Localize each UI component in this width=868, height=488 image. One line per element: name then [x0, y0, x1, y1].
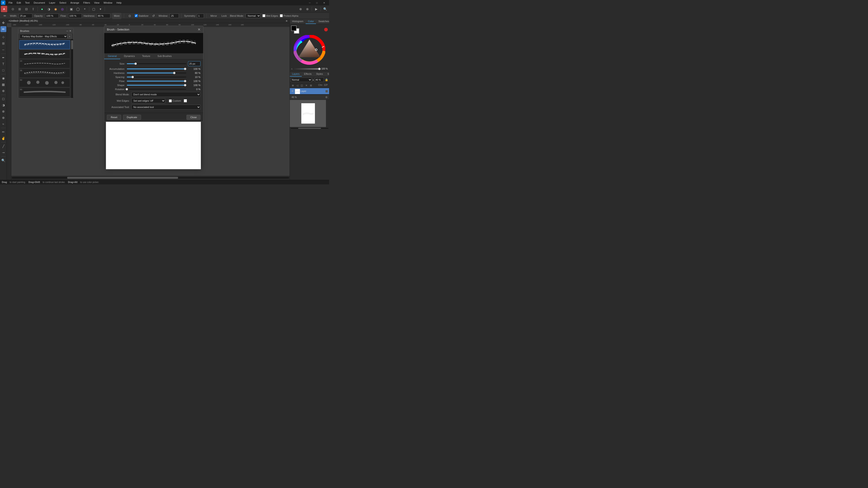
menu-layer[interactable]: Layer — [47, 1, 57, 4]
color-wheel[interactable] — [293, 35, 325, 67]
wet-edges-checkbox[interactable] — [262, 14, 266, 17]
menu-help[interactable]: Help — [115, 1, 123, 4]
window-close-btn[interactable]: ✕ — [321, 0, 327, 6]
canvas-scroll-thumb[interactable] — [67, 177, 178, 179]
tab-swatches[interactable]: Swatches — [316, 19, 329, 24]
flow-input[interactable] — [68, 13, 82, 18]
reset-btn[interactable]: Reset — [107, 115, 121, 120]
menu-arrange[interactable]: Arrange — [68, 1, 81, 4]
blend-mode-dialog-select[interactable]: Don't set blend mode — [131, 92, 200, 97]
size-slider[interactable] — [127, 63, 186, 64]
text-tool[interactable]: T — [0, 61, 6, 67]
nav-zoom-icon[interactable]: ⊕ — [325, 96, 328, 99]
window-minimize-btn[interactable]: ─ — [307, 0, 313, 6]
protect-alpha-checkbox[interactable] — [280, 14, 283, 17]
gradient-tool[interactable]: ▦ — [0, 82, 6, 88]
accumulation-slider[interactable] — [127, 68, 186, 69]
brush-add-btn[interactable]: + — [67, 34, 72, 39]
spacing-slider[interactable] — [127, 76, 186, 77]
associated-tool-select[interactable]: No associated tool — [131, 105, 200, 109]
shape-slider[interactable] — [127, 85, 186, 86]
list-item[interactable] — [19, 50, 70, 59]
assistant-btn[interactable]: ⊗ — [304, 6, 311, 12]
crop-tool[interactable]: ⊞ — [0, 40, 6, 46]
tab-color[interactable]: Color — [306, 19, 316, 24]
erase-tool[interactable]: ◻ — [0, 96, 6, 102]
vector-paint-tool[interactable]: ✏ — [0, 129, 6, 135]
menu-edit[interactable]: Edit — [15, 1, 23, 4]
fill-tool[interactable]: ◉ — [0, 75, 6, 81]
list-item[interactable]: 50 — [19, 78, 70, 87]
select-lasso-btn[interactable]: ⌖ — [82, 6, 88, 12]
lock-btn[interactable]: Lock — [220, 13, 228, 19]
personas-btn[interactable]: ⊕ — [298, 6, 304, 12]
view-toggle-btn[interactable]: ▾ — [97, 6, 103, 12]
paint-brush-tool[interactable]: ✏ — [0, 26, 6, 32]
brushes-minimize-btn[interactable]: ─ — [66, 29, 68, 33]
selection-tool[interactable]: ⊹ — [0, 34, 6, 40]
snapping-btn[interactable]: ⊞ — [17, 6, 23, 12]
macro-btn[interactable]: ▶ — [313, 6, 319, 12]
share-btn[interactable]: ⇪ — [30, 6, 36, 12]
shape-tool[interactable]: □ — [0, 67, 6, 73]
app-logo-btn[interactable]: A — [1, 6, 7, 12]
rotation-slider[interactable] — [127, 89, 186, 90]
palette-btn[interactable]: ◉ — [53, 6, 59, 12]
contrast-btn[interactable]: ◑ — [46, 6, 52, 12]
nav-slider[interactable] — [291, 128, 329, 129]
layer-visibility-icon[interactable]: 👁 — [291, 90, 294, 93]
blend-mode-select[interactable]: Normal — [246, 13, 260, 18]
line-tool[interactable]: ╱ — [0, 143, 6, 149]
layer-tool-1[interactable]: ⊕ — [291, 84, 295, 88]
blur-tool[interactable]: ≈ — [0, 121, 6, 127]
tab-dynamics[interactable]: Dynamics — [120, 53, 138, 59]
menu-view[interactable]: View — [92, 1, 101, 4]
select-rect-btn[interactable]: ▣ — [68, 6, 74, 12]
brushes-close-btn[interactable]: ✕ — [69, 29, 71, 33]
select-ellipse-btn[interactable]: ◯ — [75, 6, 81, 12]
hardness-slider[interactable] — [127, 72, 186, 73]
brush-scroll-indicator[interactable] — [71, 39, 73, 98]
opacity-input[interactable] — [45, 13, 59, 18]
layer-item[interactable]: 👁 Layer — [290, 88, 329, 94]
layers-opacity-input[interactable] — [315, 77, 324, 82]
tab-styles[interactable]: Styles — [314, 72, 325, 76]
menu-document[interactable]: Document — [32, 1, 47, 4]
menu-file[interactable]: File — [7, 1, 14, 4]
width-input[interactable] — [19, 13, 32, 18]
list-item[interactable]: 50 — [19, 97, 70, 98]
symmetry-input[interactable] — [197, 13, 204, 18]
healing-tool[interactable]: ⊕ — [0, 115, 6, 121]
layer-tool-2[interactable]: ◁ — [295, 84, 299, 88]
tab-layers[interactable]: Layers — [290, 72, 302, 76]
duplicate-btn[interactable]: Duplicate — [123, 115, 141, 120]
view-bg-btn[interactable]: ▢ — [90, 6, 97, 12]
custom-checkbox[interactable] — [169, 99, 172, 102]
wet-edges-dialog-select[interactable]: Set wet edges 'off' — [131, 98, 165, 103]
close-btn[interactable]: Close — [186, 115, 200, 120]
custom-check-label[interactable]: Custom — [169, 99, 181, 102]
search-btn[interactable]: 🔍 — [322, 6, 328, 12]
list-item[interactable]: 20 — [19, 59, 70, 68]
stabilizer-checkbox[interactable] — [135, 14, 138, 17]
color-picker-tool[interactable]: ⊕ — [0, 88, 6, 94]
brush-category-select[interactable]: Fantasy Map Builder - Map Effects — [20, 34, 67, 39]
layer-tool-4[interactable]: ✕ — [304, 84, 308, 88]
wet-edges-label[interactable]: Wet Edges — [262, 14, 278, 17]
protect-alpha-label[interactable]: Protect Alpha — [280, 14, 298, 17]
canvas-area[interactable]: <Untitled> [Modified] (46.0%) ✕ -180 -16… — [7, 19, 289, 180]
menu-window[interactable]: Window — [102, 1, 114, 4]
list-item[interactable]: 35 — [19, 69, 70, 78]
history-btn[interactable]: ⊙ — [10, 6, 16, 12]
tab-stock[interactable]: Stock — [325, 72, 329, 76]
measure-tool[interactable]: ⊸ — [0, 150, 6, 156]
foreground-color-swatch[interactable] — [291, 26, 297, 31]
menu-select[interactable]: Select — [58, 1, 68, 4]
stabilizer-check-label[interactable]: Stabilizer — [135, 14, 149, 17]
tab-sub-brushes[interactable]: Sub Brushes — [154, 53, 176, 59]
custom-color-swatch[interactable] — [184, 99, 187, 102]
tab-texture[interactable]: Texture — [138, 53, 154, 59]
dodge-burn-tool[interactable]: ◑ — [0, 102, 6, 108]
list-item[interactable] — [19, 40, 70, 49]
clone-tool[interactable]: ⊗ — [0, 108, 6, 114]
